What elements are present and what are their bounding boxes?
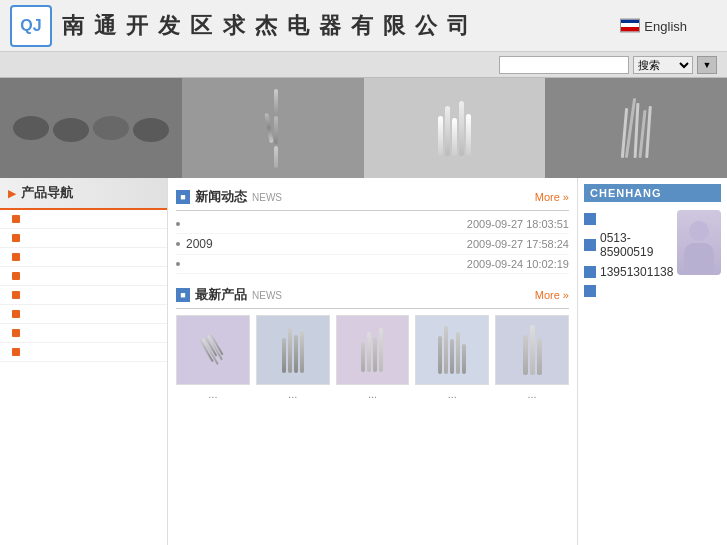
banner-section-1 [0, 78, 182, 178]
sidebar-item-7[interactable] [0, 324, 167, 343]
product-item-3[interactable]: ... [336, 315, 410, 400]
nav-search-dropdown[interactable]: 搜索 全站 [633, 56, 693, 74]
sidebar: ▶ 产品导航 [0, 178, 168, 545]
news-title-cn: 新闻动态 [195, 188, 247, 206]
lang-label[interactable]: English [644, 18, 687, 33]
navbar: 搜索 全站 ▼ [0, 52, 727, 78]
sidebar-item-5[interactable] [0, 286, 167, 305]
sidebar-bullet-3 [12, 253, 20, 261]
news-more-link[interactable]: More » [535, 191, 569, 203]
contact-item-4 [584, 282, 673, 300]
product-item-1[interactable]: ... [176, 315, 250, 400]
products-title-en: NEWS [252, 290, 282, 301]
product-caption-3: ... [368, 388, 377, 400]
product-item-2[interactable]: ... [256, 315, 330, 400]
nav-search-button[interactable]: ▼ [697, 56, 717, 74]
sidebar-item-4[interactable] [0, 267, 167, 286]
sidebar-bullet-8 [12, 348, 20, 356]
news-bullet-3 [176, 262, 180, 266]
sidebar-bullet-4 [12, 272, 20, 280]
banner-section-2 [182, 78, 364, 178]
news-section: ■ 新闻动态 NEWS More » 2009-09-27 18:03:51 2… [176, 184, 569, 274]
news-date-2: 2009-09-27 17:58:24 [467, 238, 569, 250]
news-item-1[interactable]: 2009-09-27 18:03:51 [176, 215, 569, 234]
contact-number-1: 0513-85900519 [600, 231, 673, 259]
product-thumb-2 [256, 315, 330, 385]
sidebar-arrow-icon: ▶ [8, 188, 16, 199]
product-item-4[interactable]: ... [415, 315, 489, 400]
content-area: ■ 新闻动态 NEWS More » 2009-09-27 18:03:51 2… [168, 178, 577, 545]
main-content: ▶ 产品导航 [0, 178, 727, 545]
nav-search-area: 搜索 全站 ▼ [499, 56, 717, 74]
sidebar-bullet-1 [12, 215, 20, 223]
product-caption-2: ... [288, 388, 297, 400]
product-thumb-4 [415, 315, 489, 385]
product-caption-5: ... [528, 388, 537, 400]
sidebar-bullet-5 [12, 291, 20, 299]
news-bullet-2 [176, 242, 180, 246]
banner [0, 78, 727, 178]
news-bullet-1 [176, 222, 180, 226]
header: QJ 南 通 开 发 区 求 杰 电 器 有 限 公 司 English [0, 0, 727, 52]
banner-section-4 [545, 78, 727, 178]
sidebar-item-6[interactable] [0, 305, 167, 324]
contact-item-2: 0513-85900519 [584, 228, 673, 262]
news-header: ■ 新闻动态 NEWS More » [176, 184, 569, 211]
contact-number-2: 13951301138 [600, 265, 673, 279]
contact-icon-3 [584, 266, 596, 278]
sidebar-item-2[interactable] [0, 229, 167, 248]
news-item-3[interactable]: 2009-09-24 10:02:19 [176, 255, 569, 274]
products-section: ■ 最新产品 NEWS More » . [176, 282, 569, 400]
news-title-2: 2009 [186, 237, 467, 251]
products-section-icon: ■ [176, 288, 190, 302]
sidebar-title: ▶ 产品导航 [0, 178, 167, 210]
product-caption-4: ... [448, 388, 457, 400]
news-date-1: 2009-09-27 18:03:51 [467, 218, 569, 230]
products-more-link[interactable]: More » [535, 289, 569, 301]
products-title-cn: 最新产品 [195, 286, 247, 304]
sidebar-bullet-6 [12, 310, 20, 318]
flag-icon [620, 19, 640, 33]
products-header: ■ 最新产品 NEWS More » [176, 282, 569, 309]
contact-icon-2 [584, 239, 596, 251]
product-thumb-1 [176, 315, 250, 385]
sidebar-item-3[interactable] [0, 248, 167, 267]
product-thumb-5 [495, 315, 569, 385]
news-title-en: NEWS [252, 192, 282, 203]
right-panel: CHENHANG 0513-85900519 13951301138 [577, 178, 727, 545]
sidebar-item-8[interactable] [0, 343, 167, 362]
contact-item-1 [584, 210, 673, 228]
news-date-3: 2009-09-24 10:02:19 [467, 258, 569, 270]
sidebar-bullet-2 [12, 234, 20, 242]
nav-search-input[interactable] [499, 56, 629, 74]
news-section-icon: ■ [176, 190, 190, 204]
product-caption-1: ... [208, 388, 217, 400]
contact-item-3: 13951301138 [584, 262, 673, 282]
product-thumb-3 [336, 315, 410, 385]
sidebar-bullet-7 [12, 329, 20, 337]
logo: QJ [10, 5, 52, 47]
contact-icon-1 [584, 213, 596, 225]
contact-icon-4 [584, 285, 596, 297]
product-item-5[interactable]: ... [495, 315, 569, 400]
lang-switcher[interactable]: English [620, 18, 687, 33]
right-panel-header: CHENHANG [584, 184, 721, 202]
banner-section-3 [364, 78, 546, 178]
sidebar-item-1[interactable] [0, 210, 167, 229]
product-grid: ... ... [176, 315, 569, 400]
news-item-2[interactable]: 2009 2009-09-27 17:58:24 [176, 234, 569, 255]
site-title: 南 通 开 发 区 求 杰 电 器 有 限 公 司 [62, 11, 717, 41]
